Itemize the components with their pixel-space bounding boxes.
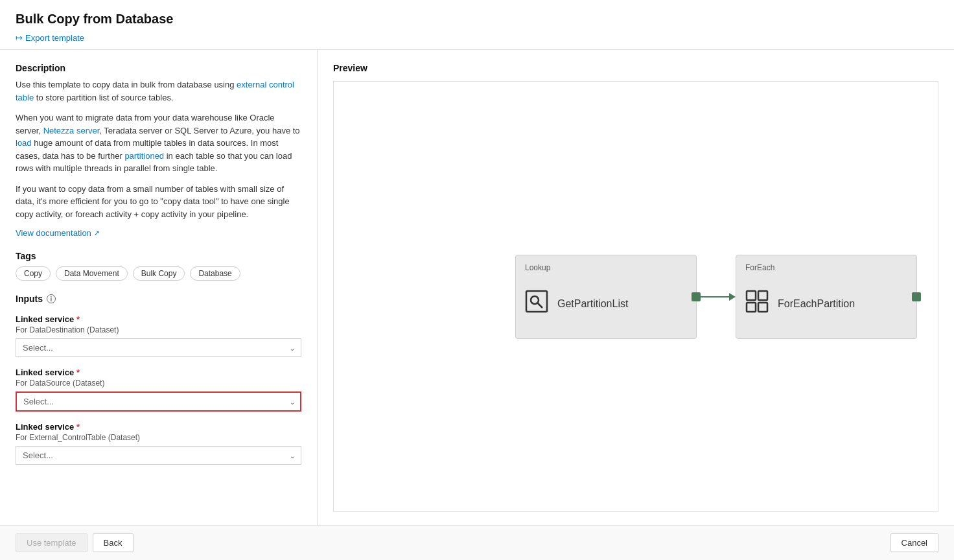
linked-service-field-2: Linked service * For DataSource (Dataset… xyxy=(16,368,301,412)
lookup-node-type: Lookup xyxy=(525,263,687,272)
foreach-activity-name: ForEachPartition xyxy=(778,298,855,310)
linked-service-2-sublabel: For DataSource (Dataset) xyxy=(16,379,301,388)
foreach-right-connector xyxy=(912,292,921,301)
preview-canvas: Lookup GetPartitionList xyxy=(333,81,938,512)
svg-rect-4 xyxy=(758,291,767,300)
page-header: Bulk Copy from Database ↦ Export templat… xyxy=(0,0,954,50)
tag-database: Database xyxy=(190,266,240,281)
inputs-info-icon: i xyxy=(47,294,56,303)
linked-service-1-sublabel: For DataDestination (Dataset) xyxy=(16,325,301,334)
pipeline-arrow xyxy=(697,293,736,301)
page-title: Bulk Copy from Database xyxy=(16,12,938,27)
export-arrow-icon: ↦ xyxy=(16,33,23,43)
lookup-node-body: GetPartitionList xyxy=(525,277,687,331)
preview-title: Preview xyxy=(333,63,938,73)
lookup-right-connector xyxy=(692,292,701,301)
description-p1: Use this template to copy data in bulk f… xyxy=(16,78,301,104)
svg-rect-5 xyxy=(747,303,756,312)
linked-service-3-wrapper: Select... ⌄ xyxy=(16,446,301,465)
page-footer: Use template Back Cancel xyxy=(0,525,954,560)
back-button[interactable]: Back xyxy=(93,533,134,552)
cancel-button[interactable]: Cancel xyxy=(890,533,938,552)
footer-left-actions: Use template Back xyxy=(16,533,134,552)
inputs-title: Inputs i xyxy=(16,294,301,304)
linked-service-1-wrapper: Select... ⌄ xyxy=(16,338,301,357)
linked-service-3-label: Linked service * xyxy=(16,422,301,432)
use-template-button[interactable]: Use template xyxy=(16,533,87,552)
foreach-node-body: ForEachPartition xyxy=(745,277,907,331)
main-content: Description Use this template to copy da… xyxy=(0,50,954,525)
export-template-link[interactable]: ↦ Export template xyxy=(16,33,84,43)
view-documentation-link[interactable]: View documentation ➚ xyxy=(16,228,100,238)
tags-title: Tags xyxy=(16,251,301,261)
foreach-icon xyxy=(745,290,769,318)
linked-service-1-label: Linked service * xyxy=(16,314,301,324)
page-container: Bulk Copy from Database ↦ Export templat… xyxy=(0,0,954,560)
lookup-activity-name: GetPartitionList xyxy=(557,298,628,310)
description-title: Description xyxy=(16,63,301,73)
linked-service-field-1: Linked service * For DataDestination (Da… xyxy=(16,314,301,357)
tags-section: Tags Copy Data Movement Bulk Copy Databa… xyxy=(16,251,301,281)
tags-container: Copy Data Movement Bulk Copy Database xyxy=(16,266,301,281)
svg-rect-0 xyxy=(526,291,547,312)
svg-rect-3 xyxy=(747,291,756,300)
left-panel: Description Use this template to copy da… xyxy=(0,50,318,525)
description-p3: If you want to copy data from a small nu… xyxy=(16,183,301,221)
linked-service-field-3: Linked service * For External_ControlTab… xyxy=(16,422,301,465)
linked-service-3-select[interactable]: Select... xyxy=(16,446,301,465)
foreach-node: ForEach ForEachPartition xyxy=(736,255,917,339)
svg-line-2 xyxy=(538,303,543,309)
description-p2: When you want to migrate data from your … xyxy=(16,111,301,175)
inputs-section: Inputs i Linked service * For DataDestin… xyxy=(16,294,301,465)
linked-service-3-sublabel: For External_ControlTable (Dataset) xyxy=(16,433,301,442)
tag-data-movement: Data Movement xyxy=(56,266,128,281)
tag-copy: Copy xyxy=(16,266,51,281)
svg-rect-6 xyxy=(758,303,767,312)
external-link-icon: ➚ xyxy=(94,229,100,237)
lookup-icon xyxy=(525,290,548,318)
description-section: Description Use this template to copy da… xyxy=(16,63,301,251)
linked-service-2-wrapper: Select... ⌄ xyxy=(16,391,301,412)
tag-bulk-copy: Bulk Copy xyxy=(133,266,185,281)
right-panel: Preview Lookup xyxy=(318,50,954,525)
pipeline-diagram: Lookup GetPartitionList xyxy=(515,255,917,339)
lookup-node: Lookup GetPartitionList xyxy=(515,255,697,339)
linked-service-2-select[interactable]: Select... xyxy=(16,391,301,412)
svg-point-1 xyxy=(531,296,539,304)
linked-service-2-label: Linked service * xyxy=(16,368,301,377)
foreach-node-type: ForEach xyxy=(745,263,907,272)
linked-service-1-select[interactable]: Select... xyxy=(16,338,301,357)
